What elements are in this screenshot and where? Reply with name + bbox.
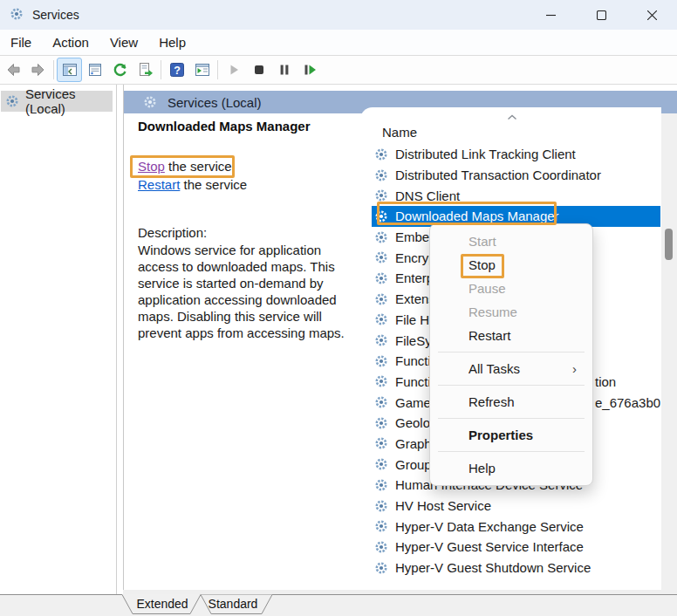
toolbar: ? [0,56,677,85]
refresh-icon [112,61,129,79]
service-gear-icon [374,478,388,492]
export-list-icon [137,61,154,79]
start-service-button[interactable] [221,58,246,82]
service-name: Hyper-V Guest Service Interface [395,539,584,554]
service-gear-icon [374,499,388,513]
vertical-scrollbar-track[interactable] [660,113,677,590]
service-gear-icon [374,147,388,161]
restart-service-button[interactable] [297,58,322,82]
menu-bar-item[interactable]: File [0,30,42,55]
service-gear-icon [374,333,388,347]
context-menu-item[interactable]: Start › [430,229,592,253]
pause-service-button[interactable] [271,58,297,82]
services-gear-icon [143,95,157,109]
forward-arrow-icon [30,61,47,79]
panel-header-title: Services (Local) [168,95,262,110]
tab-standard[interactable]: Standard [208,597,258,611]
service-row[interactable]: Distributed Link Tracking Client [372,144,660,165]
close-button[interactable] [626,0,677,30]
forward-button[interactable] [25,58,51,82]
vertical-scrollbar-thumb[interactable] [665,229,673,260]
console-tree-panel: Services (Local) [0,85,115,594]
service-name: Downloaded Maps Manager [395,209,559,223]
context-menu-item[interactable]: Help › [430,456,592,480]
services-app-icon [10,7,25,23]
service-name: Distributed Link Tracking Client [395,147,576,161]
services-gear-icon [5,94,19,108]
restart-service-link[interactable]: Restart [138,177,180,192]
context-menu-item[interactable]: Restart › [430,324,592,347]
service-gear-icon [374,168,388,182]
service-row[interactable]: Hyper-V Guest Service Interface [372,537,660,558]
stop-service-link[interactable]: Stop [138,159,165,174]
help-icon: ? [168,61,186,79]
service-row[interactable]: Hyper-V Data Exchange Service [372,516,660,537]
service-name-fragment: e_676a3b0 [595,395,660,410]
tree-item-services-local[interactable]: Services (Local) [1,91,113,112]
service-row[interactable]: Hyper-V Guest Shutdown Service [372,558,660,578]
context-menu: Start › Stop › Pause › Resume › Restart … [429,223,593,486]
service-gear-icon [374,436,388,450]
maximize-button[interactable] [576,0,626,30]
menu-bar: File Action View Help [0,30,677,56]
service-gear-icon [374,395,388,409]
show-extended-view-button[interactable] [189,58,215,82]
console-tree-icon [61,61,79,79]
service-gear-icon [374,188,388,202]
refresh-button[interactable] [107,58,133,82]
service-name-fragment: tion [595,374,616,389]
stop-service-button[interactable] [246,58,271,82]
help-button[interactable]: ? [164,58,189,82]
show-console-tree-button[interactable] [57,58,82,82]
service-row[interactable]: DNS Client [372,185,660,206]
properties-button[interactable] [82,58,107,82]
service-row[interactable]: HV Host Service [372,496,660,517]
stop-service-line: Stop the service [138,159,232,174]
context-menu-item-label: Pause [468,281,506,296]
close-icon [647,10,657,20]
service-gear-icon [374,292,388,306]
selected-service-title: Downloaded Maps Manager [138,119,311,133]
minimize-icon [546,10,556,20]
service-name: HV Host Service [395,498,491,513]
export-list-button[interactable] [133,58,158,82]
service-gear-icon [374,312,388,326]
menu-bar-item[interactable]: Help [148,30,196,55]
minimize-button[interactable] [525,0,576,30]
back-button[interactable] [0,58,25,82]
panel-splitter[interactable] [116,85,117,594]
service-gear-icon [374,374,388,388]
tree-item-label: Services (Local) [25,86,113,116]
service-gear-icon [374,250,388,264]
context-menu-item-label: Start [468,234,496,249]
toolbar-separator [161,60,161,79]
extended-view-icon [194,61,211,79]
context-menu-item-label: Stop [468,257,496,272]
menu-bar-item[interactable]: Action [42,30,99,55]
context-menu-item[interactable]: Pause › [430,277,592,300]
context-menu-item[interactable]: All Tasks › [430,357,592,380]
context-menu-item[interactable]: Properties › [430,423,592,447]
pause-service-icon [276,61,293,79]
service-gear-icon [374,457,388,471]
restart-service-line: Restart the service [138,177,247,192]
service-name: DNS Client [395,188,460,203]
back-arrow-icon [4,61,22,79]
service-row[interactable]: Distributed Transaction Coordinator [372,165,660,186]
column-header-name[interactable]: Name [382,125,417,140]
service-name: Group [395,457,432,472]
context-menu-item[interactable]: Stop › [430,253,592,277]
maximize-icon [597,10,606,20]
service-gear-icon [374,354,388,368]
main-panel: Services (Local) Downloaded Maps Manager… [123,85,677,594]
stop-service-suffix: the service [165,159,232,174]
context-menu-item[interactable]: Refresh › [430,390,592,414]
service-name: Hyper-V Guest Shutdown Service [395,560,591,575]
menu-bar-item[interactable]: View [99,30,148,55]
title-bar: Services [0,0,677,30]
tab-extended[interactable]: Extended [131,597,194,611]
service-gear-icon [374,416,388,430]
context-menu-item-label: Resume [468,305,517,319]
context-menu-item[interactable]: Resume › [430,300,592,324]
context-menu-item-label: Help [468,461,496,476]
